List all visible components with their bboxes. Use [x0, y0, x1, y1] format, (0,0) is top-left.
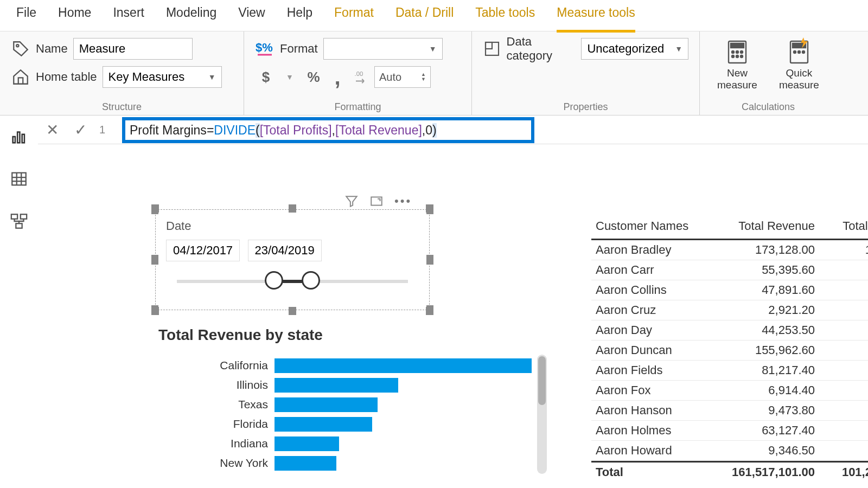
data-table-visual[interactable]: Customer Names Total Revenue Total Costs…: [591, 214, 868, 482]
focus-mode-icon[interactable]: [369, 194, 384, 208]
slider-thumb-end[interactable]: [302, 271, 320, 290]
visual-header-actions: •••: [344, 194, 412, 208]
col-header[interactable]: Total Revenue: [727, 214, 819, 239]
bar-fill[interactable]: [275, 358, 532, 373]
slicer-slider[interactable]: [177, 280, 408, 283]
currency-dropdown[interactable]: ▼: [279, 66, 301, 88]
table-row[interactable]: Aaron Holmes63,127.4035,16: [591, 421, 868, 441]
table-cell: Aaron Holmes: [591, 421, 727, 440]
table-total-row: Total 161,517,101.00 101,245,30: [591, 461, 868, 482]
table-row[interactable]: Aaron Cruz2,921.201,72: [591, 300, 868, 320]
bar-fill[interactable]: [275, 456, 336, 471]
formula-editor[interactable]: Profit Margins = DIVIDE ( [Total Profits…: [122, 117, 534, 143]
table-cell: 3,45: [819, 381, 868, 400]
percent-button[interactable]: %: [303, 66, 324, 88]
resize-handle[interactable]: [426, 204, 433, 214]
svg-point-11: [736, 55, 738, 57]
tab-view[interactable]: View: [238, 5, 265, 25]
model-view-button[interactable]: [9, 211, 29, 232]
data-view-button[interactable]: [9, 169, 29, 189]
svg-rect-18: [13, 137, 15, 143]
table-row[interactable]: Aaron Hanson9,473.804,39: [591, 401, 868, 421]
table-row[interactable]: Aaron Day44,253.5026,26: [591, 320, 868, 341]
table-row[interactable]: Aaron Howard9,346.504,48: [591, 441, 868, 461]
resize-handle[interactable]: [426, 255, 433, 265]
formula-cancel-button[interactable]: ✕: [38, 116, 66, 144]
slicer-start-date[interactable]: 04/12/2017: [166, 240, 240, 261]
quick-calculator-icon: [786, 39, 812, 65]
slicer-content: Date 04/12/2017 23/04/2019: [158, 213, 426, 307]
tab-table-tools[interactable]: Table tools: [475, 5, 535, 25]
chart-scrollbar[interactable]: [537, 355, 547, 474]
bar-label: Indiana: [217, 437, 275, 450]
format-select[interactable]: ▼: [323, 38, 443, 60]
tab-insert[interactable]: Insert: [113, 5, 144, 25]
resize-handle[interactable]: [426, 305, 433, 315]
table-row[interactable]: Aaron Fox6,914.403,45: [591, 381, 868, 401]
bar-fill[interactable]: [275, 417, 372, 432]
formula-function: DIVIDE: [214, 123, 256, 138]
bar-track: [275, 358, 532, 373]
bar-track: [275, 436, 532, 451]
panel-group-calculations: Newmeasure Quickmeasure Calculations: [700, 31, 837, 115]
decimal-button[interactable]: .00: [350, 66, 372, 88]
bar-fill[interactable]: [275, 397, 378, 412]
thousands-button[interactable]: ,: [327, 66, 348, 88]
hometable-label: Home table: [36, 70, 97, 84]
bar-track: [275, 397, 532, 412]
new-measure-button[interactable]: Newmeasure: [713, 39, 762, 91]
panel-group-structure: Name Home table Key Measures ▼ Structure: [0, 31, 244, 115]
formula-eq: =: [207, 123, 214, 138]
datacat-select[interactable]: Uncategorized ▼: [581, 38, 688, 60]
bar-label: California: [217, 359, 275, 372]
slider-thumb-start[interactable]: [265, 271, 283, 290]
svg-point-0: [16, 44, 18, 47]
date-slicer-visual[interactable]: Date 04/12/2017 23/04/2019: [155, 209, 430, 310]
resize-handle[interactable]: [151, 305, 159, 315]
tab-format[interactable]: Format: [334, 5, 374, 25]
svg-rect-19: [17, 132, 20, 143]
tab-file[interactable]: File: [16, 5, 36, 25]
bar-label: Illinois: [217, 378, 275, 391]
tab-measure-tools[interactable]: Measure tools: [557, 5, 635, 25]
tab-home[interactable]: Home: [58, 5, 91, 25]
bar-chart-visual[interactable]: CaliforniaIllinoisTexasFloridaIndianaNew…: [217, 356, 532, 473]
resize-handle[interactable]: [151, 204, 159, 214]
table-row[interactable]: Aaron Carr55,395.6029,50: [591, 260, 868, 280]
filter-icon[interactable]: [344, 194, 359, 208]
spinner-arrows-icon: ▲▼: [421, 72, 426, 82]
formula-commit-button[interactable]: ✓: [66, 116, 94, 144]
tab-modeling[interactable]: Modeling: [166, 5, 216, 25]
decimals-spinner[interactable]: Auto ▲▼: [374, 66, 431, 88]
table-row[interactable]: Aaron Duncan155,962.6098,71: [591, 341, 868, 361]
col-header[interactable]: Total Costs: [819, 214, 868, 239]
table-row[interactable]: Aaron Bradley173,128.00104,13: [591, 240, 868, 260]
bar-fill[interactable]: [275, 378, 398, 393]
report-view-button[interactable]: [9, 126, 29, 147]
more-options-icon[interactable]: •••: [394, 194, 412, 208]
chevron-down-icon: ▼: [208, 73, 216, 81]
report-canvas[interactable]: ••• Date 04/12/2017 23/04/2019 Total Rev…: [38, 144, 868, 488]
slicer-end-date[interactable]: 23/04/2019: [248, 240, 322, 261]
table-row[interactable]: Aaron Fields81,217.4050,42: [591, 361, 868, 381]
bar-fill[interactable]: [275, 436, 339, 451]
bar-row: New York: [217, 453, 532, 473]
bar-row: Illinois: [217, 375, 532, 395]
table-row[interactable]: Aaron Collins47,891.6025,35: [591, 280, 868, 300]
table-cell: 50,42: [819, 361, 868, 380]
table-cell: Aaron Carr: [591, 260, 727, 280]
tab-data-drill[interactable]: Data / Drill: [395, 5, 454, 25]
currency-button[interactable]: $: [255, 66, 277, 88]
resize-handle[interactable]: [151, 255, 159, 265]
hometable-select[interactable]: Key Measures ▼: [103, 66, 222, 88]
tag-icon: [11, 39, 30, 59]
panel-group-properties: Data category Uncategorized ▼ Properties: [472, 31, 700, 115]
quick-measure-button[interactable]: Quickmeasure: [775, 39, 824, 91]
col-header[interactable]: Customer Names: [591, 214, 727, 239]
tab-help[interactable]: Help: [287, 5, 312, 25]
table-cell: 25,35: [819, 280, 868, 300]
table-cell: 55,395.60: [727, 260, 819, 280]
measure-name-input[interactable]: [73, 38, 193, 60]
percent-symbol: %: [307, 69, 320, 86]
slicer-title: Date: [166, 219, 419, 233]
